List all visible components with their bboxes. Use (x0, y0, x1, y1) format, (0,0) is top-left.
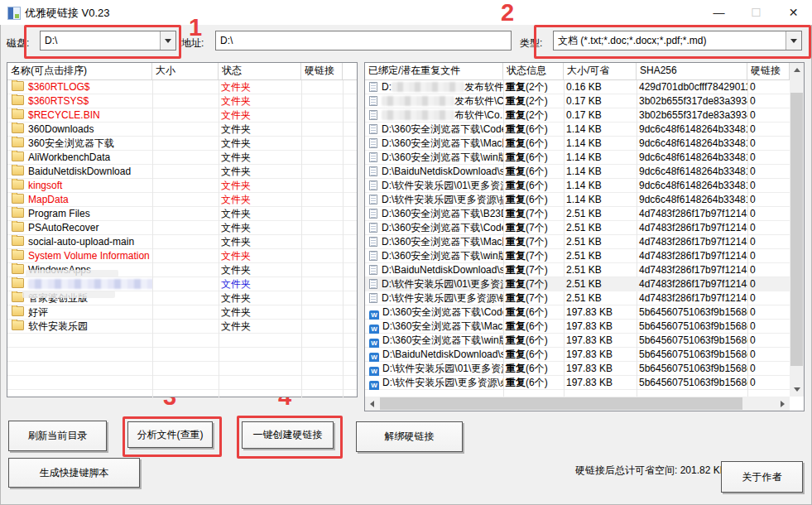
text-file-icon (369, 237, 377, 247)
left-table-row[interactable]: Program Files文件夹 (7, 207, 357, 221)
right-table-row[interactable]: D:\360安全浏览器下载\win版 Oniri...重复(7个)2.51 KB… (365, 249, 790, 263)
status-cell: 文件夹 (219, 207, 301, 221)
left-table-row[interactable]: System Volume Information文件夹 (7, 249, 357, 263)
size-cell (152, 263, 219, 277)
right-table-row[interactable]: WD:\360安全浏览器下载\win版 Oniri...重复(6个)197.83… (365, 334, 790, 348)
hardlink-cell (301, 221, 343, 235)
right-column-header-1[interactable]: 状态信息 (503, 63, 564, 79)
right-table-row[interactable]: D:\BaiduNetdiskDownload\solo...重复(6个)1.1… (365, 165, 790, 179)
right-table-row[interactable]: D:\360安全浏览器下载\Code 128 ...重复(6个)1.14 KB9… (365, 123, 790, 137)
status-cell: 文件夹 (219, 179, 301, 193)
about-author-button[interactable]: 关于作者 (721, 461, 803, 493)
left-column-header-0[interactable]: 名称(可点击排序) (7, 63, 152, 79)
right-table-row[interactable]: D:\软件安装乐园\更多资源\银河录...重复(7个)2.51 KB4d7483… (365, 291, 790, 305)
left-column-header-2[interactable]: 状态 (219, 63, 301, 79)
status-info-cell: 重复(7个) (503, 207, 564, 221)
left-table-row[interactable]: 360安全浏览器下载文件夹 (7, 137, 357, 151)
left-table-row[interactable]: AliWorkbenchData文件夹 (7, 151, 357, 165)
left-table-row[interactable]: 软件安装乐园文件夹 (7, 320, 357, 334)
size-cell (152, 193, 219, 207)
right-table-row[interactable]: D:\360安全浏览器下载\win版 Oniri...重复(6个)1.14 KB… (365, 151, 790, 165)
left-table-row[interactable]: 好评文件夹 (7, 305, 357, 320)
size-cell: 2.51 KB (564, 291, 637, 305)
right-table-row[interactable]: D:发布软件\Co...重复(2个)0.16 KB429d701db0cfff7… (365, 80, 790, 94)
left-table-row[interactable]: PSAutoRecover文件夹 (7, 221, 357, 235)
generate-script-button[interactable]: 生成快捷键脚本 (8, 458, 140, 488)
status-cell: 文件夹 (219, 249, 301, 263)
right-column-header-2[interactable]: 大小/可省 (564, 63, 637, 79)
create-hardlink-button[interactable]: 一键创建硬链接 (242, 421, 334, 449)
vertical-scrollbar[interactable] (790, 63, 804, 397)
analyze-files-button[interactable]: 分析文件(查重) (127, 421, 213, 448)
right-table-row[interactable]: D:\360安全浏览器下载\Code 128 ...重复(7个)2.51 KB4… (365, 221, 790, 235)
right-column-header-0[interactable]: 已绑定/潜在重复文件 (365, 63, 503, 79)
status-cell: 文件夹 (219, 94, 301, 108)
left-table-row[interactable]: social-auto-upload-main文件夹 (7, 235, 357, 249)
file-path: D:\软件安装乐园\01\更多资源\必... (382, 363, 503, 374)
left-column-header-3[interactable]: 硬链接 (301, 63, 343, 79)
scroll-up-icon[interactable] (790, 63, 804, 77)
vertical-scrollbar-thumb[interactable] (790, 93, 803, 366)
size-cell: 197.83 KB (564, 348, 637, 362)
right-table-row[interactable]: D:\软件安装乐园\01\更多资源\搞...重复(6个)1.14 KB9dc6c… (365, 179, 790, 193)
scroll-right-icon[interactable] (776, 397, 790, 411)
type-select[interactable]: 文档 (*.txt;*.doc;*.docx;*.pdf;*.md) (553, 31, 802, 50)
right-table-row[interactable]: D:\360安全浏览器下载\Mac版 Oni...重复(7个)2.51 KB4d… (365, 235, 790, 249)
file-path: 发布软件\Co... (464, 81, 503, 93)
file-path: 布软件\Co... (454, 109, 503, 121)
right-table-row[interactable]: D:\软件安装乐园\更多资源\搞不定...重复(6个)1.14 KB9dc6c4… (365, 193, 790, 207)
right-table-row[interactable]: D:\360安全浏览器下载\B23Downl...重复(7个)2.51 KB4d… (365, 207, 790, 221)
unbind-hardlink-button[interactable]: 解绑硬链接 (356, 421, 463, 452)
left-table-row[interactable]: $360RTSYS$文件夹 (7, 94, 357, 108)
left-table-row[interactable]: MapData文件夹 (7, 193, 357, 207)
hardlink-count-cell: 0 (747, 334, 790, 348)
hardlink-cell (301, 235, 343, 249)
maximize-button[interactable]: ☐ (738, 0, 775, 25)
text-file-icon (369, 223, 377, 233)
horizontal-scrollbar[interactable] (365, 397, 790, 411)
hardlink-cell (301, 137, 343, 151)
left-table-row[interactable]: 管家婆创业版文件夹 (7, 291, 357, 305)
horizontal-scrollbar-thumb[interactable] (380, 397, 742, 410)
left-table-row[interactable]: BaiduNetdiskDownload文件夹 (7, 165, 357, 179)
minimize-button[interactable]: — (700, 0, 738, 25)
left-column-header-1[interactable]: 大小 (152, 63, 219, 79)
folder-icon (12, 306, 24, 316)
word-file-icon: W (369, 310, 379, 320)
right-column-header-3[interactable]: SHA256 (637, 63, 747, 79)
left-table-row[interactable]: WindowsApps文件夹 (7, 263, 357, 277)
right-table-row[interactable]: WD:\360安全浏览器下载\Mac版 Oni...重复(6个)197.83 K… (365, 320, 790, 334)
close-button[interactable]: ✕ (775, 0, 812, 25)
left-table-row[interactable]: $RECYCLE.BIN文件夹 (7, 108, 357, 123)
status-info-cell: 重复(6个) (503, 362, 564, 376)
right-table-row[interactable]: WD:\软件安装乐园\01\更多资源\必...重复(6个)197.83 KB5b… (365, 362, 790, 376)
left-table-row[interactable]: kingsoft文件夹 (7, 179, 357, 193)
address-input[interactable] (215, 31, 512, 50)
right-table-row[interactable]: WD:\BaiduNetdiskDownload\solo...重复(6个)19… (365, 348, 790, 362)
size-cell (152, 320, 219, 334)
right-table-row[interactable]: D:\软件安装乐园\01\更多资源\银...重复(7个)2.51 KB4d748… (365, 277, 790, 291)
right-table-row[interactable]: 布软件\Co...重复(2个)0.17 KB3b02b655f317de83a3… (365, 108, 790, 123)
scroll-left-icon[interactable] (365, 397, 379, 411)
scroll-down-icon[interactable] (790, 382, 804, 397)
right-table-row[interactable]: WD:\软件安装乐园\更多资源\必读.d...重复(6个)197.83 KB5b… (365, 376, 790, 390)
chevron-down-icon[interactable] (160, 31, 175, 50)
left-table-row[interactable]: $360RTLOG$文件夹 (7, 80, 357, 94)
size-cell: 197.83 KB (564, 362, 637, 376)
disk-select[interactable]: D:\ (40, 31, 176, 50)
right-table-row[interactable]: D:\360安全浏览器下载\Mac版 Oni...重复(6个)1.14 KB9d… (365, 137, 790, 151)
folder-icon (12, 320, 24, 330)
file-name: BaiduNetdiskDownload (28, 166, 131, 177)
sha256-cell: 4d7483f286f17b97f121433ac... (637, 235, 747, 249)
right-table-row[interactable]: WD:\360安全浏览器下载\Code 128 ...重复(6个)197.83 … (365, 305, 790, 320)
blurred-text (392, 82, 464, 92)
right-table-row[interactable]: 发布软件\Co...重复(2个)0.17 KB3b02b655f317de83a… (365, 94, 790, 108)
word-file-icon: W (369, 339, 379, 348)
left-table-row[interactable]: 360Downloads文件夹 (7, 123, 357, 137)
left-table-row[interactable]: 文件夹 (7, 277, 357, 291)
right-column-header-4[interactable]: 硬链接 (747, 63, 790, 79)
refresh-directory-button[interactable]: 刷新当前目录 (8, 421, 107, 451)
chevron-down-icon[interactable] (786, 31, 801, 50)
right-table-row[interactable]: D:\BaiduNetdiskDownload\solo...重复(7个)2.5… (365, 263, 790, 277)
sha256-cell: 5b64560751063f9b1568d6c5... (637, 362, 747, 376)
